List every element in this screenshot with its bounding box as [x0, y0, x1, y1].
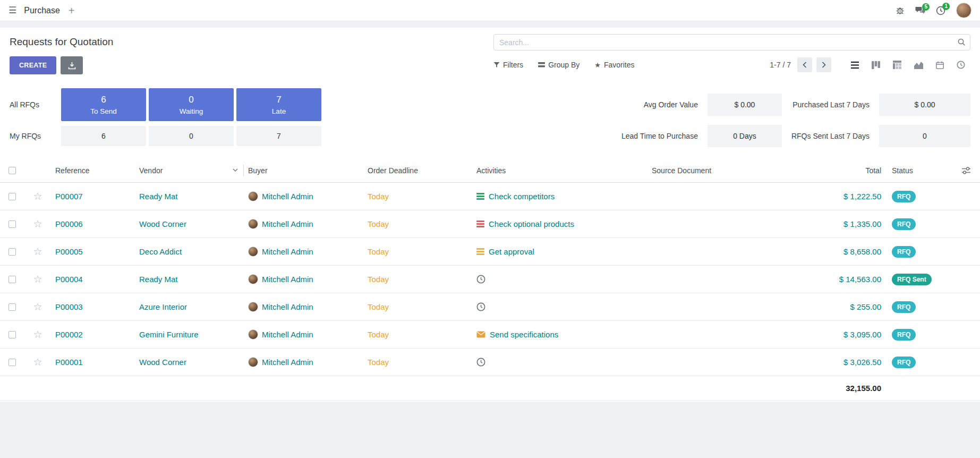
tile-waiting[interactable]: 0 Waiting [149, 88, 234, 121]
lead-time-value: 0 Days [708, 125, 782, 147]
activity-cell[interactable] [472, 275, 647, 284]
graph-view-button[interactable] [909, 57, 928, 73]
buyer-cell[interactable]: Mitchell Admin [244, 329, 363, 340]
favorite-star-icon[interactable]: ☆ [33, 274, 42, 284]
reference-link[interactable]: P00001 [51, 358, 135, 367]
list-view-button[interactable] [845, 57, 864, 73]
my-rfqs-label[interactable]: My RFQs [10, 132, 58, 140]
activity-clock-icon[interactable] [476, 302, 485, 311]
row-checkbox[interactable] [8, 359, 16, 366]
export-button[interactable] [61, 56, 83, 74]
debug-bug-icon[interactable] [896, 6, 905, 15]
tile-late[interactable]: 7 Late [236, 88, 321, 121]
row-checkbox[interactable] [8, 303, 16, 311]
table-row[interactable]: ☆ P00006 Wood Corner Mitchell Admin Toda… [0, 210, 980, 238]
row-checkbox[interactable] [8, 248, 16, 256]
tile-late-label: Late [272, 107, 286, 115]
all-rfqs-label[interactable]: All RFQs [10, 100, 58, 109]
search-box[interactable] [493, 34, 970, 50]
my-to-send-count[interactable]: 6 [61, 126, 146, 146]
favorite-star-icon[interactable]: ☆ [33, 302, 42, 312]
table-row[interactable]: ☆ P00007 Ready Mat Mitchell Admin Today … [0, 183, 980, 210]
tile-to-send[interactable]: 6 To Send [61, 88, 146, 121]
create-button[interactable]: CREATE [10, 56, 56, 74]
activity-cell[interactable]: Check optional products [472, 219, 647, 228]
reference-link[interactable]: P00006 [51, 219, 135, 228]
column-header-status[interactable]: Status [888, 166, 954, 175]
vendor-link[interactable]: Ready Mat [135, 275, 244, 284]
activity-cell[interactable]: Get approval [472, 247, 647, 256]
apps-menu-icon[interactable]: ☰ [8, 5, 16, 16]
favorite-star-icon[interactable]: ☆ [33, 247, 42, 257]
column-header-reference[interactable]: Reference [51, 166, 135, 175]
my-waiting-count[interactable]: 0 [149, 126, 234, 146]
reference-link[interactable]: P00004 [51, 275, 135, 284]
row-checkbox[interactable] [8, 220, 16, 228]
pager-previous-button[interactable] [797, 57, 812, 72]
group-by-button[interactable]: Group By [538, 61, 580, 69]
favorites-button[interactable]: ★ Favorites [594, 61, 634, 69]
messages-icon[interactable]: 5 [915, 6, 925, 15]
column-header-order-deadline[interactable]: Order Deadline [363, 166, 472, 175]
row-checkbox[interactable] [8, 193, 16, 200]
table-row[interactable]: ☆ P00001 Wood Corner Mitchell Admin Toda… [0, 349, 980, 376]
activity-label[interactable]: Send specifications [490, 330, 558, 339]
activity-clock-icon[interactable] [476, 358, 485, 367]
user-avatar[interactable] [956, 3, 972, 18]
column-header-total[interactable]: Total [781, 166, 888, 175]
row-checkbox[interactable] [8, 276, 16, 283]
vendor-link[interactable]: Ready Mat [135, 192, 244, 201]
vendor-link[interactable]: Wood Corner [135, 358, 244, 367]
activity-cell[interactable] [472, 302, 647, 311]
table-row[interactable]: ☆ P00003 Azure Interior Mitchell Admin T… [0, 293, 980, 321]
table-row[interactable]: ☆ P00004 Ready Mat Mitchell Admin Today … [0, 266, 980, 293]
app-name[interactable]: Purchase [24, 6, 60, 15]
buyer-cell[interactable]: Mitchell Admin [244, 357, 363, 367]
search-input[interactable] [493, 34, 970, 50]
buyer-cell[interactable]: Mitchell Admin [244, 191, 363, 201]
plus-icon[interactable]: + [69, 5, 75, 16]
favorite-star-icon[interactable]: ☆ [33, 191, 42, 201]
reference-link[interactable]: P00003 [51, 302, 135, 311]
reference-link[interactable]: P00005 [51, 247, 135, 256]
table-row[interactable]: ☆ P00005 Deco Addict Mitchell Admin Toda… [0, 238, 980, 266]
search-icon[interactable] [957, 38, 966, 48]
activity-clock-icon[interactable] [476, 275, 485, 284]
buyer-cell[interactable]: Mitchell Admin [244, 302, 363, 312]
reference-link[interactable]: P00002 [51, 330, 135, 339]
my-late-count[interactable]: 7 [236, 126, 321, 146]
kanban-view-button[interactable] [866, 57, 885, 73]
favorite-star-icon[interactable]: ☆ [33, 357, 42, 367]
favorite-star-icon[interactable]: ☆ [33, 329, 42, 340]
optional-columns-button[interactable] [954, 167, 978, 174]
activity-label[interactable]: Get approval [489, 247, 534, 256]
calendar-view-button[interactable] [930, 57, 949, 73]
column-header-activities[interactable]: Activities [472, 166, 647, 175]
favorite-star-icon[interactable]: ☆ [33, 219, 42, 229]
reference-link[interactable]: P00007 [51, 192, 135, 201]
pager-next-button[interactable] [816, 57, 831, 72]
column-header-source-document[interactable]: Source Document [647, 166, 781, 175]
column-header-vendor[interactable]: Vendor [135, 165, 244, 176]
row-checkbox[interactable] [8, 331, 16, 338]
vendor-link[interactable]: Azure Interior [135, 302, 244, 311]
activity-label[interactable]: Check optional products [489, 219, 574, 228]
table-row[interactable]: ☆ P00002 Gemini Furniture Mitchell Admin… [0, 321, 980, 349]
activity-view-button[interactable] [951, 57, 970, 73]
filters-button[interactable]: Filters [493, 61, 523, 69]
select-all-checkbox[interactable] [8, 167, 16, 174]
vendor-link[interactable]: Wood Corner [135, 219, 244, 228]
activities-clock-icon[interactable]: 1 [936, 6, 945, 15]
activity-cell[interactable]: Send specifications [472, 330, 647, 339]
column-header-buyer[interactable]: Buyer [244, 166, 363, 175]
vendor-link[interactable]: Deco Addict [135, 247, 244, 256]
buyer-cell[interactable]: Mitchell Admin [244, 247, 363, 257]
activity-cell[interactable]: Check competitors [472, 192, 647, 201]
activity-label[interactable]: Check competitors [489, 192, 555, 201]
buyer-cell[interactable]: Mitchell Admin [244, 219, 363, 229]
vendor-link[interactable]: Gemini Furniture [135, 330, 244, 339]
pivot-view-button[interactable] [888, 57, 907, 73]
group-by-label: Group By [548, 61, 580, 69]
activity-cell[interactable] [472, 358, 647, 367]
buyer-cell[interactable]: Mitchell Admin [244, 274, 363, 284]
